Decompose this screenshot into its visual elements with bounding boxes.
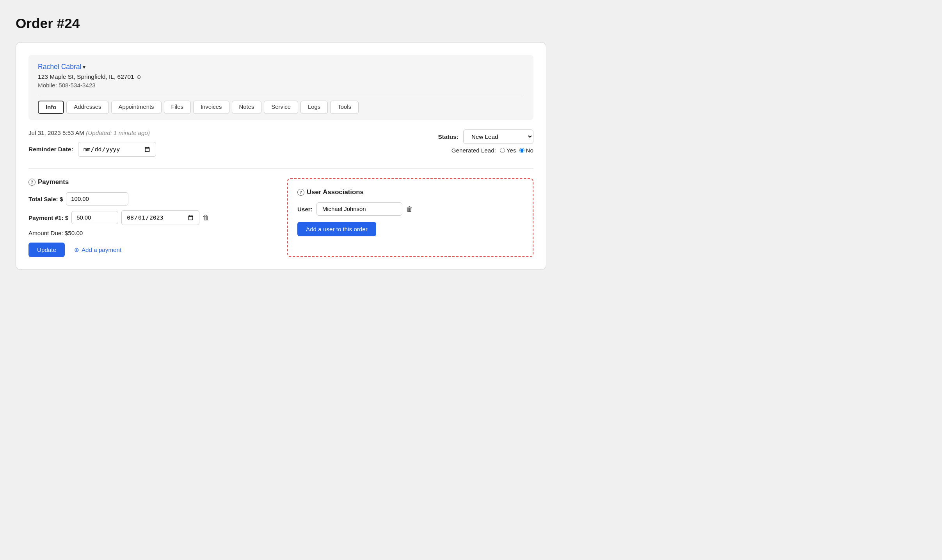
payment1-label: Payment #1: $ <box>28 214 68 221</box>
info-section: Jul 31, 2023 5:53 AM (Updated: 1 minute … <box>28 129 533 257</box>
reminder-date-input[interactable] <box>78 142 156 157</box>
user-associations-section: ? User Associations User: 🗑 Add a user t… <box>287 178 533 257</box>
status-select[interactable]: New Lead <box>463 129 533 144</box>
tab-files[interactable]: Files <box>164 101 191 114</box>
total-sale-row: Total Sale: $ <box>28 192 275 206</box>
tab-logs[interactable]: Logs <box>300 101 328 114</box>
customer-mobile: Mobile: 508-534-3423 <box>38 82 524 89</box>
user-row: User: 🗑 <box>297 202 523 216</box>
payment-actions: Update ⊕ Add a payment <box>28 243 275 257</box>
tab-service[interactable]: Service <box>264 101 298 114</box>
payment1-delete-icon[interactable]: 🗑 <box>203 214 210 222</box>
tab-addresses[interactable]: Addresses <box>66 101 108 114</box>
payments-heading: ? Payments <box>28 178 275 186</box>
payment1-amount-input[interactable] <box>71 211 118 224</box>
payments-section: ? Payments Total Sale: $ Payment #1: $ 🗑… <box>28 178 275 257</box>
payment1-row: Payment #1: $ 🗑 <box>28 210 275 225</box>
timestamp: Jul 31, 2023 5:53 AM <box>28 129 84 136</box>
payment1-date-input[interactable] <box>121 210 199 225</box>
generated-lead-yes-radio[interactable] <box>500 148 505 153</box>
generated-lead-row: Generated Lead: Yes No <box>438 147 533 154</box>
customer-name-link[interactable]: Rachel Cabral ▾ <box>38 63 85 71</box>
customer-address: 123 Maple St, Springfield, IL, 62701 ⊙ <box>38 73 524 80</box>
generated-lead-label: Generated Lead: <box>451 147 496 154</box>
chevron-down-icon: ▾ <box>83 64 85 70</box>
add-circle-icon: ⊕ <box>74 246 79 253</box>
user-delete-icon[interactable]: 🗑 <box>406 205 413 213</box>
user-assoc-heading: ? User Associations <box>297 188 523 196</box>
status-label: Status: <box>438 133 459 140</box>
reminder-row: Reminder Date: <box>28 142 156 157</box>
generated-lead-no-radio[interactable] <box>519 148 524 153</box>
customer-header: Rachel Cabral ▾ 123 Maple St, Springfiel… <box>28 55 533 120</box>
bottom-sections: ? Payments Total Sale: $ Payment #1: $ 🗑… <box>28 178 533 257</box>
generated-lead-yes-label[interactable]: Yes <box>500 147 516 154</box>
section-divider <box>28 168 533 169</box>
page-title: Order #24 <box>16 16 926 31</box>
generated-lead-options: Yes No <box>500 147 533 154</box>
add-payment-link[interactable]: ⊕ Add a payment <box>74 246 121 253</box>
reminder-label: Reminder Date: <box>28 146 73 153</box>
user-assoc-help-icon[interactable]: ? <box>297 189 304 196</box>
timestamp-status-row: Jul 31, 2023 5:53 AM (Updated: 1 minute … <box>28 129 533 159</box>
total-sale-input[interactable] <box>66 192 128 206</box>
tab-appointments[interactable]: Appointments <box>111 101 162 114</box>
amount-due: Amount Due: $50.00 <box>28 230 275 236</box>
tab-tools[interactable]: Tools <box>330 101 359 114</box>
user-input[interactable] <box>316 202 402 216</box>
update-button[interactable]: Update <box>28 243 65 257</box>
user-label: User: <box>297 206 313 213</box>
generated-lead-no-label[interactable]: No <box>519 147 533 154</box>
add-user-button[interactable]: Add a user to this order <box>297 222 376 236</box>
status-generated-section: Status: New Lead Generated Lead: Yes <box>438 129 533 154</box>
total-sale-label: Total Sale: $ <box>28 196 63 202</box>
tab-invoices[interactable]: Invoices <box>193 101 229 114</box>
payments-help-icon[interactable]: ? <box>28 179 36 186</box>
main-card: Rachel Cabral ▾ 123 Maple St, Springfiel… <box>16 42 546 270</box>
location-icon: ⊙ <box>137 74 141 80</box>
tabs-container: Info Addresses Appointments Files Invoic… <box>38 95 524 114</box>
timestamp-updated: (Updated: 1 minute ago) <box>86 129 150 136</box>
tab-info[interactable]: Info <box>38 101 64 114</box>
tab-notes[interactable]: Notes <box>232 101 262 114</box>
